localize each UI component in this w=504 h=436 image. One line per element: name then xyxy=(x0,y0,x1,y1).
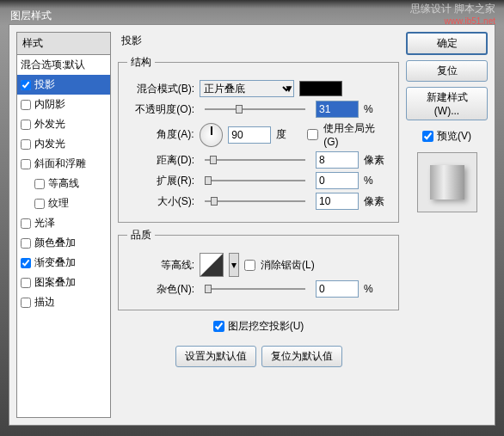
sidebar-checkbox-11[interactable] xyxy=(21,278,31,288)
preview-label: 预览(V) xyxy=(437,129,471,144)
sidebar-item-label: 图案叠加 xyxy=(34,275,76,290)
spread-input[interactable] xyxy=(316,172,359,189)
sidebar-item-0[interactable]: 混合选项:默认 xyxy=(17,55,110,75)
angle-dial[interactable] xyxy=(200,123,224,147)
sidebar-item-label: 内发光 xyxy=(34,137,65,151)
sidebar-item-8[interactable]: 光泽 xyxy=(17,213,110,233)
ok-button[interactable]: 确定 xyxy=(406,32,488,55)
sidebar-checkbox-6[interactable] xyxy=(34,179,45,189)
sidebar-item-label: 混合选项:默认 xyxy=(21,58,85,72)
preview-checkbox[interactable] xyxy=(422,131,433,142)
sidebar-checkbox-2[interactable] xyxy=(21,100,31,110)
opacity-slider[interactable] xyxy=(205,108,305,110)
opacity-unit: % xyxy=(364,103,390,115)
structure-group: 结构 混合模式(B): 正片叠底 ▼ 不透明度(O): % 角度(A): xyxy=(118,55,399,223)
contour-label: 等高线: xyxy=(127,258,194,273)
angle-input[interactable] xyxy=(228,126,271,144)
sidebar-checkbox-4[interactable] xyxy=(21,139,31,150)
blend-mode-select[interactable]: 正片叠底 xyxy=(200,80,294,97)
sidebar-item-12[interactable]: 描边 xyxy=(17,292,110,312)
styles-sidebar: 样式 混合选项:默认投影内阴影外发光内发光斜面和浮雕等高线纹理光泽颜色叠加渐变叠… xyxy=(16,32,111,418)
sidebar-item-11[interactable]: 图案叠加 xyxy=(17,273,110,292)
sidebar-checkbox-12[interactable] xyxy=(21,298,31,308)
sidebar-item-label: 投影 xyxy=(34,77,55,92)
contour-dropdown-icon[interactable]: ▾ xyxy=(229,253,239,277)
preview-box xyxy=(417,152,477,212)
knockout-checkbox[interactable] xyxy=(213,321,224,332)
sidebar-item-label: 纹理 xyxy=(48,196,69,211)
sidebar-item-label: 颜色叠加 xyxy=(34,236,76,250)
sidebar-item-6[interactable]: 等高线 xyxy=(17,174,110,193)
sidebar-item-4[interactable]: 内发光 xyxy=(17,134,110,154)
sidebar-item-1[interactable]: 投影 xyxy=(17,75,110,95)
watermark: 思缘设计 脚本之家 www.jb51.net xyxy=(410,2,495,26)
dialog-body: 样式 混合选项:默认投影内阴影外发光内发光斜面和浮雕等高线纹理光泽颜色叠加渐变叠… xyxy=(9,24,495,426)
angle-label: 角度(A): xyxy=(127,127,194,142)
sidebar-item-label: 渐变叠加 xyxy=(34,255,76,270)
sidebar-checkbox-10[interactable] xyxy=(21,258,31,268)
distance-slider[interactable] xyxy=(205,159,305,161)
sidebar-item-10[interactable]: 渐变叠加 xyxy=(17,253,110,273)
noise-input[interactable] xyxy=(316,280,359,298)
contour-swatch[interactable] xyxy=(200,253,224,277)
knockout-label: 图层挖空投影(U) xyxy=(228,319,304,334)
set-default-button[interactable]: 设置为默认值 xyxy=(175,346,256,367)
size-slider[interactable] xyxy=(205,200,305,202)
size-input[interactable] xyxy=(316,193,359,210)
sidebar-checkbox-8[interactable] xyxy=(21,218,31,229)
sidebar-header: 样式 xyxy=(17,33,110,55)
reset-button[interactable]: 复位 xyxy=(406,60,488,82)
quality-group: 品质 等高线: ▾ 消除锯齿(L) 杂色(N): % xyxy=(118,228,399,310)
opacity-label: 不透明度(O): xyxy=(127,102,194,117)
noise-slider[interactable] xyxy=(205,288,305,290)
size-unit: 像素 xyxy=(364,194,390,209)
blend-mode-label: 混合模式(B): xyxy=(127,82,194,96)
spread-label: 扩展(R): xyxy=(127,174,194,188)
sidebar-checkbox-7[interactable] xyxy=(34,199,45,209)
quality-legend: 品质 xyxy=(127,228,155,243)
global-light-label: 使用全局光(G) xyxy=(323,121,390,148)
new-style-button[interactable]: 新建样式(W)... xyxy=(406,87,488,120)
sidebar-checkbox-5[interactable] xyxy=(21,159,31,169)
sidebar-item-2[interactable]: 内阴影 xyxy=(17,95,110,114)
structure-legend: 结构 xyxy=(127,55,155,70)
right-panel: 确定 复位 新建样式(W)... 预览(V) xyxy=(406,32,488,418)
global-light-checkbox[interactable] xyxy=(307,129,318,140)
sidebar-item-3[interactable]: 外发光 xyxy=(17,114,110,134)
size-label: 大小(S): xyxy=(127,194,194,209)
distance-label: 距离(D): xyxy=(127,153,194,168)
sidebar-item-label: 描边 xyxy=(34,295,55,310)
sidebar-item-label: 光泽 xyxy=(34,216,55,230)
opacity-input[interactable] xyxy=(316,101,359,118)
sidebar-item-7[interactable]: 纹理 xyxy=(17,193,110,213)
sidebar-checkbox-1[interactable] xyxy=(21,80,31,90)
spread-unit: % xyxy=(364,175,390,187)
antialias-label: 消除锯齿(L) xyxy=(261,258,315,273)
panel-title: 投影 xyxy=(118,32,399,50)
distance-input[interactable] xyxy=(316,151,359,169)
sidebar-item-label: 外发光 xyxy=(34,117,65,132)
sidebar-item-5[interactable]: 斜面和浮雕 xyxy=(17,154,110,174)
distance-unit: 像素 xyxy=(364,153,390,168)
sidebar-item-9[interactable]: 颜色叠加 xyxy=(17,233,110,253)
sidebar-item-label: 斜面和浮雕 xyxy=(34,157,86,171)
spread-slider[interactable] xyxy=(205,180,305,181)
main-panel: 投影 结构 混合模式(B): 正片叠底 ▼ 不透明度(O): % 角度(A): xyxy=(118,32,399,418)
sidebar-item-label: 等高线 xyxy=(48,176,79,191)
noise-unit: % xyxy=(364,283,390,295)
noise-label: 杂色(N): xyxy=(127,282,194,297)
angle-unit: 度 xyxy=(276,127,302,142)
preview-sample xyxy=(430,165,464,200)
reset-default-button[interactable]: 复位为默认值 xyxy=(261,346,342,367)
antialias-checkbox[interactable] xyxy=(244,260,255,271)
color-swatch[interactable] xyxy=(299,81,342,96)
sidebar-checkbox-3[interactable] xyxy=(21,120,31,130)
sidebar-item-label: 内阴影 xyxy=(34,97,65,112)
sidebar-checkbox-9[interactable] xyxy=(21,238,31,249)
